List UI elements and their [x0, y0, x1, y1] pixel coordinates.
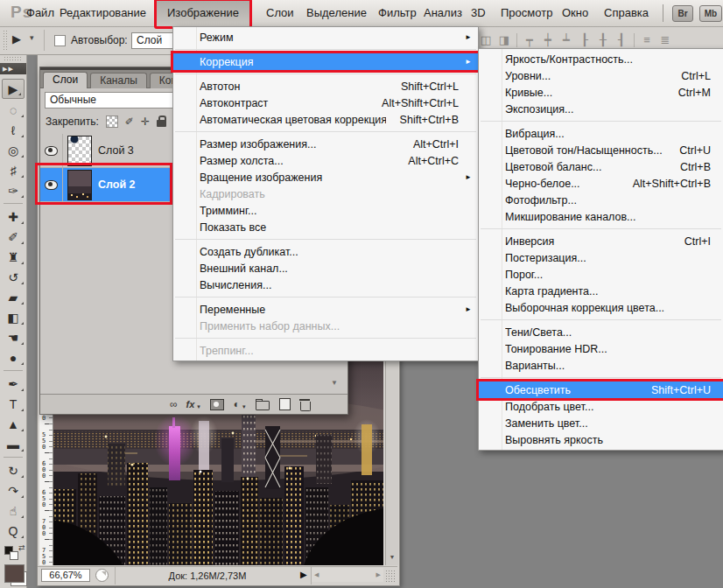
zoom-tool[interactable]: Q [0, 521, 26, 541]
divider2[interactable] [634, 33, 635, 47]
menu-item[interactable]: Режим ► [173, 29, 478, 46]
link-layers-icon[interactable]: ∞ [170, 398, 177, 410]
default-colors-control[interactable]: ⇄ [4, 546, 22, 560]
menu-item[interactable]: Выровнять яркость [479, 431, 723, 448]
panel-scroll-down-icon[interactable]: ▼ [331, 379, 338, 387]
align-window-icon[interactable]: ◫ [480, 33, 492, 47]
mini-background-swatch[interactable] [10, 551, 18, 560]
type-tool[interactable]: T [0, 394, 26, 414]
divider[interactable] [516, 33, 517, 47]
menu-item[interactable]: Показать все [173, 219, 478, 235]
menu-item[interactable]: Вращение изображения ► [173, 169, 478, 186]
horizontal-scrollbar[interactable]: ◀ ▶ [312, 568, 383, 582]
align-horizontal-centers-icon[interactable]: ╂ [597, 33, 609, 47]
zoom-level-field[interactable]: 66,67% [41, 569, 90, 582]
layer-thumbnail[interactable] [67, 136, 92, 166]
align-window2-icon[interactable]: ◨ [498, 33, 510, 47]
menu-item[interactable]: Применить набор данных... [173, 318, 478, 334]
align-top-edges-icon[interactable]: ┯ [523, 33, 536, 47]
swap-colors-icon[interactable]: ⇄ [18, 543, 25, 552]
elliptical-marquee-tool[interactable]: ◌ [0, 100, 26, 120]
menu-item[interactable]: Фотофильтр... [479, 192, 723, 208]
menu-item[interactable]: Выборочная коррекция цвета... [479, 299, 723, 316]
menu-item[interactable]: Автоматическая цветовая коррекция Shift+… [173, 111, 478, 128]
distribute2-icon[interactable]: ≣ [659, 33, 671, 47]
menu-item[interactable]: Тонирование HDR... [479, 340, 723, 357]
menu-item[interactable]: Тени/Света... [479, 324, 723, 340]
adjustment-layer-icon[interactable]: ◐ [234, 398, 240, 410]
add-layer-mask-icon[interactable] [210, 399, 224, 410]
menu-item[interactable]: Черно-белое... Alt+Shift+Ctrl+B [479, 175, 723, 192]
menu-item[interactable]: Постеризация... [479, 249, 723, 266]
align-left-edges-icon[interactable]: ┠ [579, 33, 591, 47]
menu-item[interactable]: Экспозиция... [479, 101, 723, 117]
new-group-icon[interactable] [256, 401, 270, 410]
scroll-left-icon[interactable]: ◀ [314, 571, 319, 578]
menu-item[interactable]: Порог... [479, 266, 723, 283]
3d-orbit-tool[interactable]: ↷ [0, 480, 26, 500]
panel-tab[interactable]: Слои [43, 72, 88, 88]
pen-tool[interactable]: ✒ [0, 374, 26, 394]
menu-item[interactable]: Автоконтраст Alt+Shift+Ctrl+L [173, 94, 478, 111]
menubar-item[interactable]: Выделение [301, 0, 372, 25]
collapse-palette-button[interactable]: ▶▶ [0, 63, 26, 74]
menu-item[interactable]: Цветовой баланс... Ctrl+B [479, 158, 723, 175]
tool-preset-caret-icon[interactable]: ▾ [30, 33, 34, 42]
menubar-item[interactable]: Анализ [418, 0, 467, 25]
menubar-item[interactable]: Просмотр [495, 0, 558, 25]
lock-move-icon[interactable]: ✛ [141, 116, 150, 128]
lasso-tool[interactable]: ℓ [0, 120, 26, 140]
menu-item[interactable]: Вибрация... [479, 125, 723, 142]
foreground-color-swatch[interactable] [4, 564, 25, 583]
status-menu-arrow-icon[interactable]: ▶ [300, 570, 307, 579]
healing-brush-tool[interactable]: ✚ [0, 206, 26, 227]
scroll-right-icon[interactable]: ▶ [376, 571, 381, 578]
palette-grip[interactable] [4, 56, 23, 61]
menubar-item[interactable]: Справка [599, 0, 654, 25]
distribute-icon[interactable]: ≡ [641, 33, 653, 47]
smudge-tool[interactable]: ☚ [0, 327, 26, 347]
path-selection-tool[interactable]: ▲ [0, 414, 26, 434]
history-brush-tool[interactable]: ↺ [0, 267, 26, 287]
layer-style-fx-icon[interactable]: fx [186, 399, 195, 410]
menu-item[interactable]: Варианты... [479, 357, 723, 374]
align-right-edges-icon[interactable]: ┨ [615, 33, 628, 47]
menu-item[interactable]: Микширование каналов... [479, 208, 723, 225]
align-vertical-centers-icon[interactable]: ┿ [542, 33, 554, 47]
options-grip[interactable] [3, 30, 8, 51]
menu-item[interactable]: Размер холста... Alt+Ctrl+C [173, 152, 478, 169]
menu-item[interactable]: Треппинг... [173, 342, 478, 359]
menu-item[interactable]: Яркость/Контрастность... [479, 51, 723, 67]
menu-item[interactable]: Кадрировать [173, 186, 478, 202]
app-launcher-button[interactable]: Mb [699, 5, 722, 22]
menu-item[interactable]: Подобрать цвет... [479, 398, 723, 415]
crop-tool[interactable]: ♯ [0, 160, 26, 180]
3d-rotate-tool[interactable]: ↻ [0, 460, 26, 480]
delete-layer-icon[interactable] [300, 402, 311, 411]
eyedropper-tool[interactable]: ✑ [0, 180, 26, 200]
menu-item[interactable]: Переменные ► [173, 301, 478, 318]
brush-tool[interactable]: ✐ [0, 227, 26, 247]
scroll-down-icon[interactable]: ▼ [387, 551, 397, 563]
menu-item[interactable]: Инверсия Ctrl+I [479, 233, 723, 249]
eraser-tool[interactable]: ▰ [0, 287, 26, 307]
menu-item[interactable]: Уровни... Ctrl+L [479, 67, 723, 84]
lock-paint-icon[interactable]: ✐ [125, 116, 134, 128]
autoselect-checkbox[interactable] [54, 35, 66, 46]
eye-icon[interactable] [45, 146, 58, 156]
align-bottom-edges-icon[interactable]: ┷ [560, 33, 572, 47]
quick-selection-tool[interactable]: ◎ [0, 140, 26, 160]
dodge-tool[interactable]: ● [0, 347, 26, 368]
clone-stamp-tool[interactable]: ♜ [0, 247, 26, 267]
shape-tool[interactable]: ▬ [0, 434, 26, 454]
menu-item[interactable]: Размер изображения... Alt+Ctrl+I [173, 136, 478, 152]
menubar-item[interactable]: Редактирование [54, 0, 151, 25]
menubar-item[interactable]: Изображение [156, 0, 250, 27]
menu-item[interactable]: Цветовой тон/Насыщенность... Ctrl+U [479, 142, 723, 158]
move-tool[interactable]: ▶ [2, 79, 25, 99]
menu-item[interactable]: Тримминг... [173, 202, 478, 219]
menu-item[interactable]: Коррекция ► [173, 53, 478, 70]
menu-item[interactable]: Обесцветить Shift+Ctrl+U [479, 382, 723, 398]
menu-item[interactable]: Внешний канал... [173, 260, 478, 276]
gradient-tool[interactable]: ◧ [0, 307, 26, 327]
